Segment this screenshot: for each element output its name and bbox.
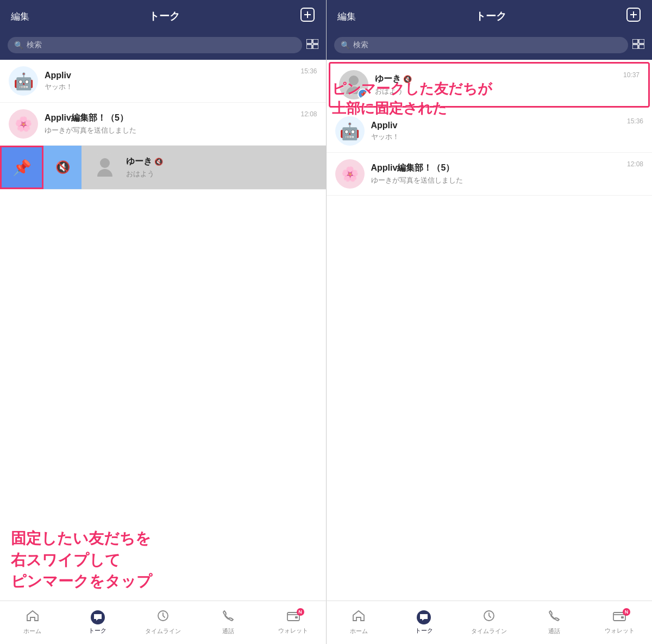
chat-name-group-right: Appliv編集部！（5） [371,162,455,174]
chat-info-appliv-right: Appliv ヤッホ！ [371,121,644,142]
chat-item-appliv[interactable]: 🤖 Appliv ヤッホ！ 15:36 [0,60,326,103]
yuuki-pinned-mute-icon: 🔇 [403,75,412,83]
person-icon [90,153,120,182]
left-search-placeholder: 検索 [27,40,42,50]
right-compose-icon[interactable] [626,7,641,26]
group-avatar-inner-right: 🌸 [335,159,365,189]
nav-timeline-right[interactable]: タイムライン [456,601,522,644]
nav-timeline-left[interactable]: タイムライン [130,601,196,644]
left-annotation-text: 固定したい友だちを右スワイプしてピンマークをタップ [11,528,315,592]
svg-rect-14 [639,45,644,49]
nav-label-wallet-left: ウォレット [278,627,308,635]
avatar-group-right: 🌸 [335,159,365,189]
right-screen: 編集 トーク 🔍 検索 [327,0,653,601]
chat-info-group: Appliv編集部！（5） ゆーきが写真を送信しました [45,112,317,135]
chat-item-yuuki-swiped[interactable]: 📌 🔇 ゆーき 🔇 [0,146,326,190]
nav-label-talk-right: トーク [415,627,433,635]
nav-label-talk-left: トーク [89,627,106,635]
talk-icon-left [91,610,105,624]
right-search-icon: 🔍 [341,41,350,49]
wallet-icon-right [613,610,626,624]
appliv-sticker-icon: 🤖 [14,72,34,91]
chat-preview-yuuki: おはよう [126,169,317,179]
left-search-icon: 🔍 [14,41,23,49]
avatar-yuuki [90,153,120,182]
chat-name-yuuki: ゆーき [126,156,152,167]
nav-home-left[interactable]: ホーム [0,601,65,644]
chat-item-group[interactable]: 🌸 Appliv編集部！（5） ゆーきが写真を送信しました 12:08 [0,103,326,146]
chat-preview-group: ゆーきが写真を送信しました [45,126,317,135]
left-header: 編集 トーク [0,0,326,33]
chat-info-yuuki-pinned: ゆーき 🔇 おはよう [375,73,640,96]
chat-item-group-right[interactable]: 🌸 Appliv編集部！（5） ゆーきが写真を送信しました 12:08 [327,153,653,196]
timeline-icon-left [156,610,170,625]
left-layout-icon[interactable] [306,39,318,52]
left-search-bar: 🔍 検索 [0,33,326,60]
phone-icon-left [222,610,234,625]
mute-button[interactable]: 🔇 [43,146,82,189]
nav-wallet-left[interactable]: ウォレット [261,601,326,644]
left-compose-icon[interactable] [300,7,315,26]
left-search-input[interactable]: 🔍 検索 [8,37,302,53]
chat-time-yuuki-pinned: 10:37 [623,71,640,79]
chat-preview-yuuki-pinned: おはよう [375,86,640,96]
chat-time-appliv-right: 15:36 [627,117,643,125]
svg-rect-5 [313,39,318,43]
nav-home-right[interactable]: ホーム [327,601,392,644]
nav-label-phone-left: 通話 [222,627,234,635]
person-head [100,158,110,168]
pin-badge: 📌 [358,89,368,99]
phone-icon-right [548,610,560,625]
nav-label-home-right: ホーム [350,627,368,635]
chat-time-group: 12:08 [300,110,317,118]
nav-phone-left[interactable]: 通話 [196,601,261,644]
left-annotation: 固定したい友だちを右スワイプしてピンマークをタップ [0,519,326,601]
right-search-placeholder: 検索 [353,40,368,50]
chat-name-appliv: Appliv [45,71,71,80]
svg-rect-17 [295,616,298,618]
left-screen: 編集 トーク 🔍 検索 [0,0,326,601]
chat-item-appliv-right[interactable]: 🤖 Appliv ヤッホ！ 15:36 [327,110,653,153]
left-chat-list: 🤖 Appliv ヤッホ！ 15:36 🌸 [0,60,326,519]
bottom-nav-left: ホーム トーク タイムライン [0,601,326,644]
avatar-appliv: 🤖 [9,66,38,96]
chat-time-group-right: 12:08 [627,160,643,168]
avatar-group: 🌸 [9,109,38,139]
chat-info-appliv: Appliv ヤッホ！ [45,71,317,92]
left-edit-button[interactable]: 編集 [11,10,29,23]
right-layout-icon[interactable] [632,39,644,52]
nav-label-wallet-right: ウォレット [605,627,635,635]
right-title: トーク [475,9,506,23]
chat-preview-appliv: ヤッホ！ [45,82,317,92]
appliv-sticker-right: 🤖 [340,122,360,141]
mute-icon: 🔇 [55,160,70,174]
person-body [97,169,112,177]
chat-info-group-right: Appliv編集部！（5） ゆーきが写真を送信しました [371,162,644,185]
right-search-input[interactable]: 🔍 検索 [334,37,629,53]
timeline-icon-right [482,610,496,625]
group-avatar-inner: 🌸 [9,109,38,139]
pin-button[interactable]: 📌 [0,146,43,189]
nav-label-home-left: ホーム [23,627,41,635]
chat-item-yuuki-pinned[interactable]: 📌 ゆーき 🔇 おはよう 10:37 [329,62,650,108]
yuuki-chat-part[interactable]: ゆーき 🔇 おはよう [82,146,326,189]
svg-rect-11 [632,39,638,43]
nav-talk-left[interactable]: トーク [65,601,130,644]
nav-wallet-right[interactable]: ウォレット [587,601,652,644]
bottom-nav: ホーム トーク タイムライン [0,601,652,644]
nav-talk-right[interactable]: トーク [391,601,456,644]
nav-phone-right[interactable]: 通話 [522,601,587,644]
svg-rect-13 [632,45,638,49]
svg-rect-6 [306,45,312,49]
chat-preview-group-right: ゆーきが写真を送信しました [371,176,644,185]
chat-info-yuuki: ゆーき 🔇 おはよう [126,156,317,179]
home-icon-left [26,610,39,625]
person-head-pinned [349,76,359,85]
right-chat-list: 📌 ゆーき 🔇 おはよう 10:37 🤖 [327,60,653,601]
right-edit-button[interactable]: 編集 [337,10,356,23]
pin-badge-icon: 📌 [360,91,366,97]
nav-label-timeline-right: タイムライン [471,627,507,635]
talk-icon-right [417,610,431,624]
yuuki-mute-icon: 🔇 [154,158,163,166]
nav-label-timeline-left: タイムライン [145,627,181,635]
